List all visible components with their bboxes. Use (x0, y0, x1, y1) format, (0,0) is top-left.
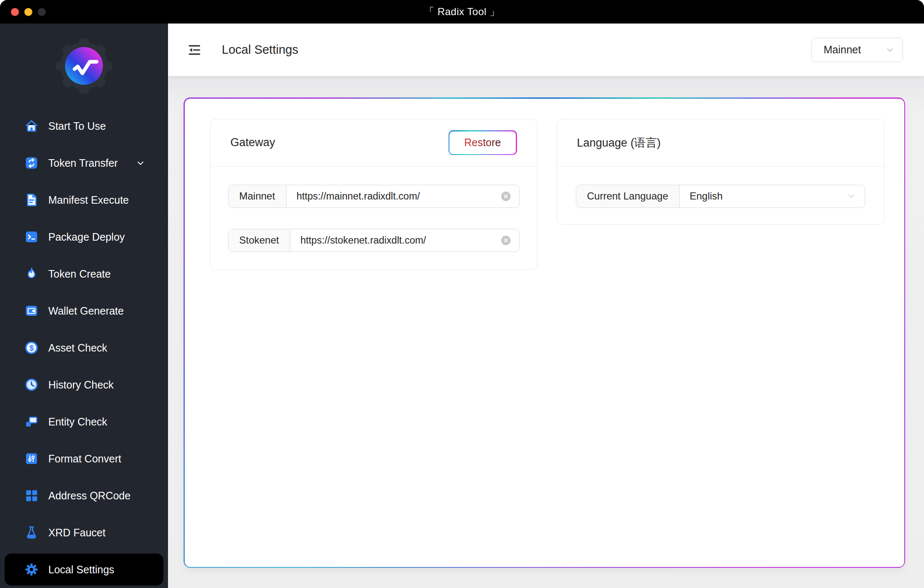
titlebar: 「 Radix Tool 」 (0, 0, 924, 24)
sidebar-item-address-qrcode[interactable]: Address QRCode (0, 477, 168, 514)
minimize-window-button[interactable] (24, 8, 32, 16)
dollar-circle-icon: $ (24, 341, 39, 355)
sidebar-item-label: Wallet Generate (48, 305, 124, 317)
home-icon (24, 119, 39, 133)
sidebar-item-label: Format Convert (48, 453, 121, 465)
qrcode-icon (24, 488, 39, 503)
sidebar-item-label: Package Deploy (48, 231, 125, 243)
sidebar-item-xrd-faucet[interactable]: XRD Faucet (0, 514, 168, 551)
sidebar-item-asset-check[interactable]: $ Asset Check (0, 329, 168, 366)
svg-text:$: $ (29, 344, 34, 352)
sidebar-item-label: History Check (48, 379, 114, 391)
language-select[interactable]: English (680, 190, 846, 202)
sidebar-item-label: Token Transfer (48, 157, 118, 169)
sidebar-item-label: Asset Check (48, 342, 107, 354)
sidebar-item-label: XRD Faucet (48, 527, 105, 539)
traffic-lights (11, 8, 46, 16)
current-language-label: Current Language (576, 185, 680, 207)
mainnet-url-label: Mainnet (228, 185, 286, 207)
sidebar-menu: Start To Use Token Transfer Manifest (0, 108, 168, 585)
language-card-title: Language (语言) (577, 135, 661, 150)
sidebar-item-entity-check[interactable]: Entity Check (0, 403, 168, 440)
sidebar-item-wallet-generate[interactable]: Wallet Generate (0, 292, 168, 329)
sidebar-item-label: Address QRCode (48, 490, 131, 502)
sliders-icon (24, 452, 39, 466)
sidebar: Start To Use Token Transfer Manifest (0, 24, 168, 588)
restore-button[interactable]: Restore (449, 130, 517, 155)
wallet-icon (24, 304, 39, 318)
sidebar-item-token-create[interactable]: Token Create (0, 255, 168, 292)
chevron-down-icon (846, 191, 856, 201)
sidebar-item-label: Start To Use (48, 120, 106, 132)
settings-panel-border: Gateway Restore Mainnet (184, 97, 905, 568)
close-window-button[interactable] (11, 8, 19, 16)
stokenet-url-input[interactable] (290, 235, 492, 246)
menu-fold-icon[interactable] (187, 43, 202, 57)
gateway-card-title: Gateway (231, 136, 276, 149)
main-area: Local Settings Mainnet Gateway (168, 24, 924, 588)
mainnet-url-group: Mainnet (228, 185, 520, 208)
stokenet-url-label: Stokenet (228, 229, 291, 252)
sidebar-item-format-convert[interactable]: Format Convert (0, 440, 168, 477)
document-icon (24, 193, 39, 207)
blocks-icon (24, 415, 39, 429)
terminal-icon (24, 230, 39, 244)
sidebar-item-start-to-use[interactable]: Start To Use (0, 108, 168, 144)
chevron-down-icon (885, 45, 895, 55)
chevron-down-icon (136, 158, 145, 168)
zoom-window-button (38, 8, 46, 16)
flame-icon (24, 267, 39, 281)
gear-icon (24, 562, 39, 577)
clock-icon (24, 378, 39, 392)
sidebar-item-local-settings[interactable]: Local Settings (5, 554, 163, 585)
page-title: Local Settings (222, 43, 298, 57)
window-title: 「 Radix Tool 」 (0, 0, 924, 24)
transfer-icon (24, 156, 39, 170)
sidebar-item-history-check[interactable]: History Check (0, 366, 168, 403)
sidebar-item-label: Manifest Execute (48, 194, 129, 206)
language-card: Language (语言) Current Language English (556, 119, 885, 225)
settings-content: Gateway Restore Mainnet (168, 76, 924, 588)
app-logo-gear-icon (52, 34, 116, 97)
language-select-group: Current Language English (576, 185, 865, 208)
settings-panel: Gateway Restore Mainnet (185, 99, 904, 567)
sidebar-item-label: Token Create (48, 268, 111, 280)
app-window: 「 Radix Tool 」 (0, 0, 924, 588)
network-select-value: Mainnet (824, 44, 861, 56)
sidebar-item-package-deploy[interactable]: Package Deploy (0, 218, 168, 255)
main-header: Local Settings Mainnet (168, 24, 924, 76)
clear-input-icon[interactable] (500, 235, 512, 246)
sidebar-item-manifest-execute[interactable]: Manifest Execute (0, 181, 168, 218)
sidebar-item-label: Entity Check (48, 416, 107, 428)
gateway-card: Gateway Restore Mainnet (210, 119, 538, 270)
network-select[interactable]: Mainnet (811, 38, 903, 62)
flask-icon (24, 525, 39, 540)
sidebar-item-token-transfer[interactable]: Token Transfer (0, 144, 168, 181)
mainnet-url-input[interactable] (286, 191, 493, 202)
stokenet-url-group: Stokenet (228, 229, 520, 252)
sidebar-item-label: Local Settings (48, 564, 114, 576)
clear-input-icon[interactable] (500, 191, 512, 202)
